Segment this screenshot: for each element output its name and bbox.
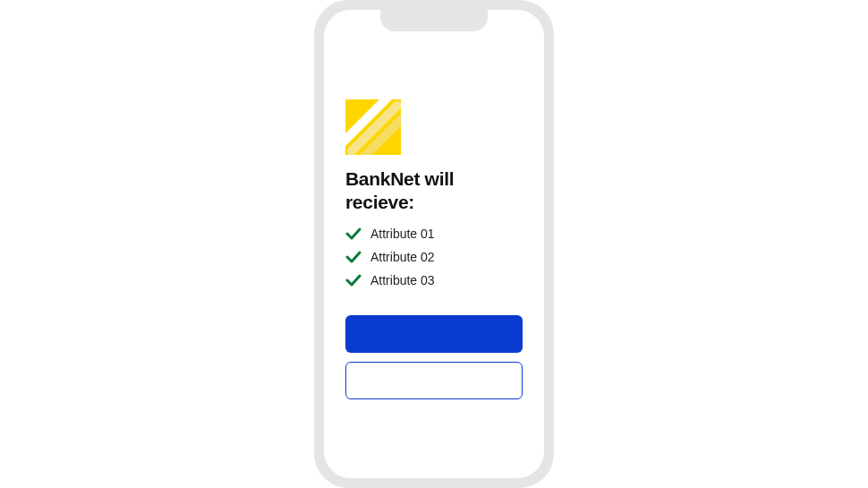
attribute-label: Attribute 03 [370,273,435,287]
list-item: Attribute 01 [345,226,523,242]
check-icon [345,272,362,288]
banknet-app-icon [345,99,401,155]
attribute-label: Attribute 02 [370,250,435,264]
phone-screen: BankNet will recieve: Attribute 01 Attri… [324,10,544,478]
consent-content: BankNet will recieve: Attribute 01 Attri… [324,10,544,399]
list-item: Attribute 02 [345,249,523,265]
phone-notch [380,10,488,31]
secondary-button[interactable] [345,362,523,399]
check-icon [345,226,362,242]
list-item: Attribute 03 [345,272,523,288]
attribute-label: Attribute 01 [370,227,435,241]
primary-button[interactable] [345,315,523,353]
button-group [345,315,523,399]
phone-frame: BankNet will recieve: Attribute 01 Attri… [314,0,554,488]
consent-heading: BankNet will recieve: [345,167,523,215]
check-icon [345,249,362,265]
attribute-list: Attribute 01 Attribute 02 Attribute 03 [345,226,523,288]
svg-rect-0 [345,99,395,149]
